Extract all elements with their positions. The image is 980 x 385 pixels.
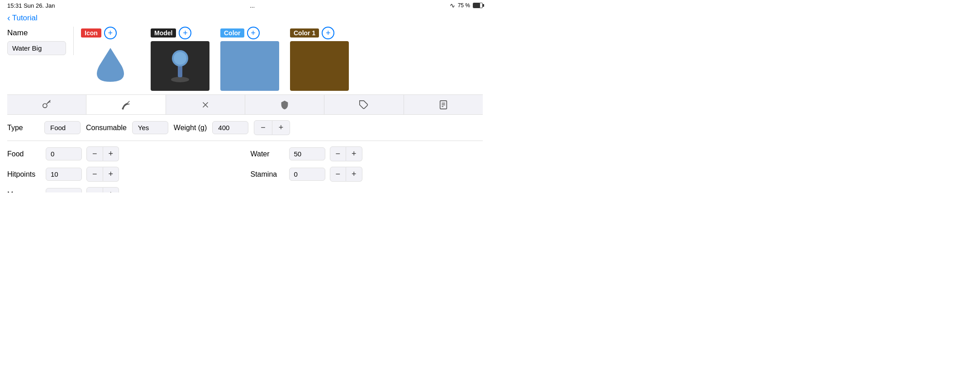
model-panel-image[interactable] xyxy=(151,41,209,91)
icon-panel-image[interactable] xyxy=(81,41,140,91)
food-row: Food − + xyxy=(7,146,240,161)
svg-point-3 xyxy=(174,52,186,65)
water-row: Water − + xyxy=(251,146,483,161)
food-input[interactable] xyxy=(46,147,82,160)
stamina-decrease-button[interactable]: − xyxy=(330,167,347,182)
toolbar-document[interactable] xyxy=(404,95,483,114)
top-section: Name Icon + Model xyxy=(7,27,483,95)
color1-panel: Color 1 + xyxy=(290,27,349,91)
weight-stepper: − + xyxy=(254,120,290,135)
food-increase-button[interactable]: + xyxy=(103,146,119,161)
color-add-button[interactable]: + xyxy=(247,27,260,39)
water-input[interactable] xyxy=(289,147,325,160)
color-panel: Color + xyxy=(220,27,279,91)
weight-increase-button[interactable]: + xyxy=(272,120,290,135)
status-right: ∿ 75 % xyxy=(450,2,483,9)
battery-percentage: 75 % xyxy=(458,2,470,9)
color-panel-label: Color xyxy=(220,28,244,38)
hitpoints-input[interactable] xyxy=(46,168,82,181)
stamina-input[interactable] xyxy=(289,168,325,181)
toolbar-leaf[interactable] xyxy=(86,95,166,114)
hitpoints-row: Hitpoints − + xyxy=(7,167,240,182)
type-section: Type Food Consumable Yes Weight (g) 400 … xyxy=(7,115,483,141)
svg-point-4 xyxy=(43,103,47,108)
document-icon xyxy=(438,100,448,110)
icon-panel-label: Icon xyxy=(81,28,101,38)
content-area: Name Icon + Model xyxy=(0,27,490,192)
battery-icon xyxy=(473,3,483,8)
status-time: 15:31 Sun 26. Jan xyxy=(7,2,55,9)
shield-icon xyxy=(280,100,290,110)
weight-label: Weight (g) xyxy=(174,124,207,132)
water-label: Water xyxy=(251,150,285,158)
toolbar xyxy=(7,95,483,115)
food-label: Food xyxy=(7,150,41,158)
name-input[interactable] xyxy=(7,41,66,55)
leaf-icon xyxy=(121,100,131,110)
toolbar-close[interactable] xyxy=(166,95,245,114)
type-label: Type xyxy=(7,124,39,132)
key-icon xyxy=(42,100,52,110)
water-increase-button[interactable]: + xyxy=(346,146,362,161)
mana-decrease-button[interactable]: − xyxy=(86,187,103,192)
water-stepper: − + xyxy=(330,146,362,161)
mana-increase-button[interactable]: + xyxy=(103,187,119,192)
back-button[interactable]: ‹ Tutorial xyxy=(7,13,38,23)
stamina-label: Stamina xyxy=(251,170,285,178)
hitpoints-label: Hitpoints xyxy=(7,170,41,178)
mana-row: Mana − + xyxy=(7,187,240,192)
color1-panel-image[interactable] xyxy=(290,41,349,91)
water-decrease-button[interactable]: − xyxy=(330,146,347,161)
status-dots: ... xyxy=(250,2,255,9)
nav-bar: ‹ Tutorial xyxy=(0,11,490,27)
hitpoints-increase-button[interactable]: + xyxy=(103,167,119,182)
toolbar-shield[interactable] xyxy=(245,95,324,114)
type-value[interactable]: Food xyxy=(44,121,81,134)
tag-icon xyxy=(359,100,369,110)
model-panel-label: Model xyxy=(151,28,176,38)
mana-input[interactable] xyxy=(46,188,82,192)
color-panel-image[interactable] xyxy=(220,41,279,91)
consumable-label: Consumable xyxy=(86,124,127,132)
model-3d-icon xyxy=(167,46,194,86)
status-bar: 15:31 Sun 26. Jan ... ∿ 75 % xyxy=(0,0,490,11)
stats-section: Food − + Water − + Hitpoints xyxy=(7,141,483,192)
hitpoints-decrease-button[interactable]: − xyxy=(86,167,103,182)
svg-line-6 xyxy=(50,101,51,102)
stamina-increase-button[interactable]: + xyxy=(346,167,362,182)
stamina-row: Stamina − + xyxy=(251,167,483,182)
consumable-value[interactable]: Yes xyxy=(132,121,168,134)
name-label: Name xyxy=(7,28,66,38)
food-decrease-button[interactable]: − xyxy=(86,146,103,161)
back-label: Tutorial xyxy=(12,14,38,23)
stats-grid: Food − + Water − + Hitpoints xyxy=(7,146,483,192)
model-panel: Model + xyxy=(151,27,209,91)
svg-point-0 xyxy=(171,77,189,82)
mana-label: Mana xyxy=(7,191,41,193)
weight-decrease-button[interactable]: − xyxy=(254,120,272,135)
food-stepper: − + xyxy=(86,146,119,161)
color1-panel-label: Color 1 xyxy=(290,28,319,38)
model-add-button[interactable]: + xyxy=(179,27,191,39)
toolbar-tag[interactable] xyxy=(324,95,404,114)
stamina-stepper: − + xyxy=(330,167,362,182)
chevron-left-icon: ‹ xyxy=(7,13,10,23)
icon-panel: Icon + xyxy=(81,27,140,91)
water-drop-icon xyxy=(92,46,128,86)
toolbar-key[interactable] xyxy=(7,95,86,114)
color1-add-button[interactable]: + xyxy=(322,27,334,39)
mana-stepper: − + xyxy=(86,187,119,192)
wifi-icon: ∿ xyxy=(450,2,455,9)
weight-value[interactable]: 400 xyxy=(212,121,248,134)
hitpoints-stepper: − + xyxy=(86,167,119,182)
type-row: Type Food Consumable Yes Weight (g) 400 … xyxy=(7,120,483,135)
name-section: Name xyxy=(7,27,74,55)
image-panels: Icon + Model + xyxy=(74,27,360,91)
icon-add-button[interactable]: + xyxy=(104,27,117,39)
close-x-icon xyxy=(200,100,210,110)
